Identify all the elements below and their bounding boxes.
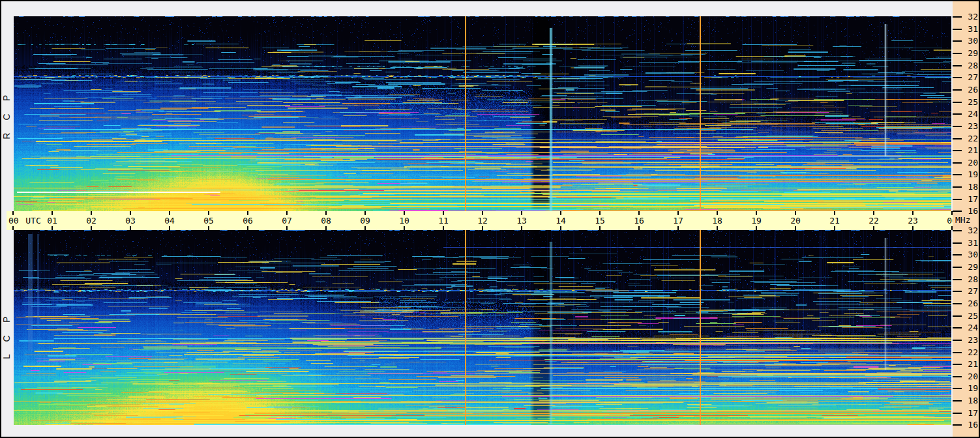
freq-tick [953, 89, 962, 91]
time-label: 08 [318, 215, 334, 226]
freq-tick-label: 30 [962, 36, 978, 46]
freq-tick-label: 27 [962, 72, 978, 83]
time-tick [756, 226, 757, 230]
freq-tick-label: 16 [962, 206, 978, 216]
freq-tick [953, 53, 962, 54]
time-label: 06 [239, 215, 256, 226]
time-tick [521, 226, 522, 230]
lcp-spectrogram [14, 230, 951, 425]
freq-tick-label: 32 [962, 12, 978, 22]
freq-tick-label: 16 [962, 420, 978, 430]
time-tick [599, 226, 601, 230]
time-tick [677, 226, 679, 230]
freq-tick [953, 242, 962, 244]
freq-tick [953, 364, 962, 365]
time-tick [325, 226, 327, 230]
freq-tick-label: 28 [962, 274, 978, 285]
time-axis-unit: UTC [22, 215, 44, 226]
frequency-axis: MHz3231302928272625242322212019181716323… [953, 1, 979, 437]
time-tick [638, 226, 640, 230]
freq-tick [953, 340, 962, 341]
time-label: 02 [83, 215, 100, 226]
freq-tick [953, 376, 962, 377]
freq-tick-label: 24 [962, 109, 978, 119]
freq-tick [953, 352, 962, 353]
freq-tick-label: 19 [962, 383, 978, 394]
time-label: 09 [357, 215, 374, 226]
freq-tick-label: 29 [962, 48, 978, 59]
freq-tick [953, 388, 962, 389]
time-axis: 0001020304050607080910111213141516171819… [7, 211, 953, 230]
time-label: 19 [748, 215, 765, 226]
freq-tick-label: 22 [962, 134, 978, 144]
time-tick [130, 226, 131, 230]
freq-tick-label: 31 [962, 24, 978, 35]
time-tick [912, 226, 913, 230]
freq-tick [953, 199, 962, 200]
freq-tick-label: 31 [962, 238, 978, 248]
freq-tick [953, 279, 962, 280]
freq-tick-label: 28 [962, 61, 978, 71]
freq-tick [953, 400, 962, 402]
title-bar: AJ4CO Observatory 16 Jul 2024 - DPS on T… [5, 1, 526, 16]
time-label: 11 [435, 215, 452, 226]
time-tick [834, 226, 835, 230]
freq-tick-label: 23 [962, 121, 978, 132]
freq-tick [953, 77, 962, 78]
time-tick [286, 226, 288, 230]
time-label: 10 [396, 215, 413, 226]
lcp-axis-label: L C P [1, 292, 12, 378]
time-tick [404, 226, 405, 230]
time-label: 23 [904, 215, 921, 226]
time-label: 07 [278, 215, 295, 226]
freq-tick [953, 150, 962, 151]
freq-tick-label: 23 [962, 335, 978, 345]
time-label: 18 [709, 215, 726, 226]
time-label: 13 [513, 215, 530, 226]
freq-tick-label: 17 [962, 408, 978, 418]
time-tick [169, 226, 170, 230]
freq-tick [953, 315, 962, 317]
freq-tick-label: 18 [962, 396, 978, 406]
freq-tick [953, 162, 962, 164]
time-label: 01 [44, 215, 61, 226]
time-tick [795, 226, 796, 230]
freq-tick-label: 18 [962, 182, 978, 192]
time-tick [717, 226, 718, 230]
freq-tick-label: 30 [962, 250, 978, 260]
freq-tick-label: 20 [962, 158, 978, 168]
freq-tick [953, 267, 962, 268]
freq-tick [953, 291, 962, 292]
freq-tick [953, 327, 962, 328]
time-label: 20 [787, 215, 804, 226]
freq-tick [953, 40, 962, 42]
freq-tick [953, 424, 962, 426]
freq-tick [953, 102, 962, 103]
time-tick [560, 226, 561, 230]
time-tick [443, 226, 444, 230]
freq-tick-label: 25 [962, 311, 978, 321]
time-label: 12 [474, 215, 491, 226]
freq-tick-label: 20 [962, 372, 978, 382]
time-label: 16 [631, 215, 647, 226]
freq-tick-label: 22 [962, 347, 978, 358]
time-tick [247, 226, 248, 230]
time-tick [52, 226, 53, 230]
time-tick [482, 226, 483, 230]
time-label: 21 [826, 215, 843, 226]
freq-tick-label: 25 [962, 97, 978, 108]
time-label: 03 [122, 215, 139, 226]
freq-tick [953, 413, 962, 414]
rcp-axis-label: R C P [1, 72, 12, 158]
freq-tick-label: 26 [962, 85, 978, 95]
freq-tick [953, 303, 962, 304]
freq-tick-label: 21 [962, 359, 978, 370]
freq-tick [953, 16, 962, 18]
freq-tick-label: 26 [962, 299, 978, 309]
time-label: 22 [865, 215, 882, 226]
time-tick [873, 226, 874, 230]
freq-tick-label: 29 [962, 262, 978, 272]
freq-tick-label: 21 [962, 145, 978, 156]
time-label: 05 [200, 215, 217, 226]
freq-tick [953, 138, 962, 139]
